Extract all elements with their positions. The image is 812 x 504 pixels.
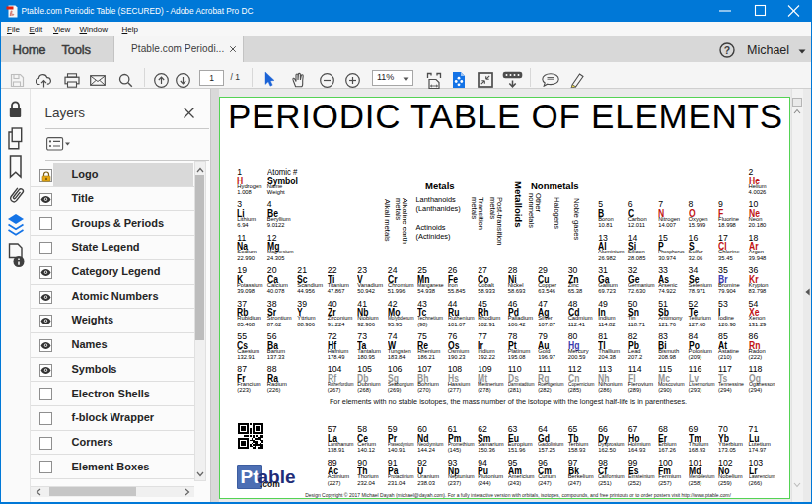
svg-text:?: ?: [723, 43, 729, 55]
